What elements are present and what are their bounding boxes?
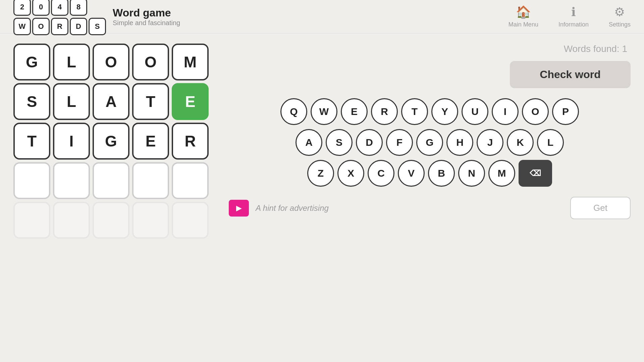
nav-main-menu[interactable]: 🏠 Main Menu	[508, 5, 538, 28]
key-r[interactable]: R	[371, 98, 398, 125]
key-x[interactable]: X	[337, 160, 364, 187]
key-t[interactable]: T	[401, 98, 428, 125]
check-word-button[interactable]: Check word	[510, 61, 631, 88]
key-n[interactable]: N	[458, 160, 485, 187]
cell-3-3[interactable]	[132, 162, 169, 199]
logo-tile-0: 0	[32, 0, 50, 16]
grid-row-0: G L O O M	[13, 44, 209, 80]
logo-tile-s: S	[89, 18, 106, 35]
app-subtitle-text: Simple and fascinating	[113, 19, 180, 27]
app-title: Word game Simple and fascinating	[113, 7, 180, 27]
ad-icon: ▶	[229, 200, 249, 217]
backspace-button[interactable]: ⌫	[519, 160, 552, 187]
cell-0-3[interactable]: O	[132, 44, 169, 80]
key-u[interactable]: U	[462, 98, 488, 125]
grid-row-3	[13, 162, 209, 199]
logo-tile-r: R	[51, 18, 68, 35]
cell-4-3	[132, 202, 169, 239]
keyboard-row-1: Q W E R T Y U I O P	[280, 98, 579, 125]
key-i[interactable]: I	[492, 98, 519, 125]
logo-words: W O R D S	[13, 18, 106, 35]
nav-settings-label: Settings	[609, 21, 631, 28]
nav-area: 🏠 Main Menu ℹ Information ⚙ Settings	[508, 5, 631, 28]
cell-2-4[interactable]: R	[172, 123, 209, 160]
cell-1-1[interactable]: L	[53, 83, 90, 120]
game-grid: G L O O M S L A T E T I G E R	[13, 44, 209, 239]
grid-row-1: S L A T E	[13, 83, 209, 120]
cell-3-2[interactable]	[93, 162, 129, 199]
logo-tile-d: D	[70, 18, 87, 35]
cell-2-1[interactable]: I	[53, 123, 90, 160]
logo-tile-4: 4	[51, 0, 68, 16]
key-s[interactable]: S	[326, 129, 353, 156]
hint-text: A hint for advertising	[256, 203, 329, 213]
app-title-text: Word game	[113, 7, 180, 19]
key-j[interactable]: J	[477, 129, 503, 156]
nav-main-menu-label: Main Menu	[508, 21, 538, 28]
key-e[interactable]: E	[341, 98, 368, 125]
key-d[interactable]: D	[356, 129, 383, 156]
cell-0-4[interactable]: M	[172, 44, 209, 80]
logo-area: 2 0 4 8 W O R D S	[13, 0, 106, 35]
home-icon: 🏠	[516, 5, 531, 19]
settings-icon: ⚙	[614, 5, 625, 19]
cell-2-0[interactable]: T	[13, 123, 50, 160]
logo-tile-o: O	[32, 18, 50, 35]
key-l[interactable]: L	[537, 129, 564, 156]
nav-information[interactable]: ℹ Information	[558, 5, 589, 28]
cell-1-4[interactable]: E	[172, 83, 209, 120]
cell-4-2	[93, 202, 129, 239]
key-v[interactable]: V	[398, 160, 425, 187]
nav-settings[interactable]: ⚙ Settings	[609, 5, 631, 28]
key-y[interactable]: Y	[431, 98, 458, 125]
cell-4-0	[13, 202, 50, 239]
key-h[interactable]: H	[446, 129, 473, 156]
words-found: Words found: 1	[229, 44, 631, 54]
key-g[interactable]: G	[416, 129, 443, 156]
logo-tile-w: W	[13, 18, 31, 35]
cell-1-0[interactable]: S	[13, 83, 50, 120]
key-z[interactable]: Z	[307, 160, 334, 187]
key-w[interactable]: W	[311, 98, 337, 125]
logo-numbers: 2 0 4 8	[13, 0, 106, 16]
cell-3-0[interactable]	[13, 162, 50, 199]
cell-3-1[interactable]	[53, 162, 90, 199]
cell-0-0[interactable]: G	[13, 44, 50, 80]
cell-2-3[interactable]: E	[132, 123, 169, 160]
key-b[interactable]: B	[428, 160, 455, 187]
hint-bar: ▶ A hint for advertising Get	[229, 197, 631, 219]
key-q[interactable]: Q	[280, 98, 307, 125]
info-icon: ℹ	[571, 5, 576, 19]
keyboard: Q W E R T Y U I O P A S D F G H J K	[229, 98, 631, 187]
grid-row-4	[13, 202, 209, 239]
cell-1-2[interactable]: A	[93, 83, 129, 120]
keyboard-row-2: A S D F G H J K L	[296, 129, 564, 156]
cell-0-1[interactable]: L	[53, 44, 90, 80]
grid-row-2: T I G E R	[13, 123, 209, 160]
key-a[interactable]: A	[296, 129, 322, 156]
cell-4-4	[172, 202, 209, 239]
logo-tile-2: 2	[13, 0, 31, 16]
header: 2 0 4 8 W O R D S Word game Simple and f…	[0, 0, 644, 34]
main-content: G L O O M S L A T E T I G E R	[0, 34, 644, 249]
keyboard-row-3: Z X C V B N M ⌫	[307, 160, 552, 187]
key-m[interactable]: M	[488, 160, 515, 187]
cell-1-3[interactable]: T	[132, 83, 169, 120]
cell-4-1	[53, 202, 90, 239]
key-p[interactable]: P	[552, 98, 579, 125]
logo-tile-8: 8	[70, 0, 87, 16]
cell-3-4[interactable]	[172, 162, 209, 199]
key-o[interactable]: O	[522, 98, 549, 125]
cell-0-2[interactable]: O	[93, 44, 129, 80]
right-panel: Words found: 1 Check word Q W E R T Y U …	[229, 44, 631, 239]
key-c[interactable]: C	[368, 160, 394, 187]
key-f[interactable]: F	[386, 129, 413, 156]
nav-information-label: Information	[558, 21, 589, 28]
key-k[interactable]: K	[507, 129, 534, 156]
cell-2-2[interactable]: G	[93, 123, 129, 160]
get-button[interactable]: Get	[570, 197, 631, 219]
